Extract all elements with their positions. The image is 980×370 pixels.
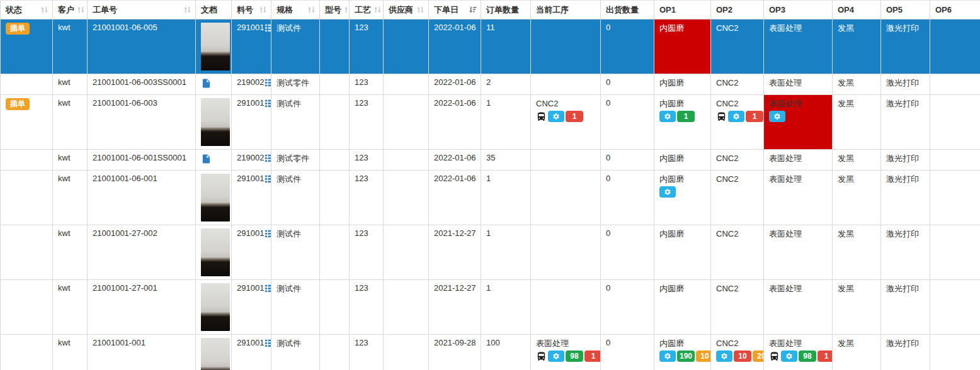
column-header-part-no[interactable]: 料号 [232,1,271,20]
column-header-work-order-no[interactable]: 工单号 [88,1,196,20]
bom-list-icon[interactable] [265,78,271,87]
process-gear-button[interactable] [728,111,744,122]
sort-arrows-icon[interactable] [307,6,316,14]
cell-op5: 激光打印 [881,280,930,335]
part-photo-thumbnail[interactable] [201,228,230,276]
part-no-text: 291001 [237,98,264,108]
count-badge-green[interactable]: 190 [677,350,695,362]
process-gear-button[interactable] [716,350,732,362]
cell-op3: 表面处理 [764,171,833,225]
process-name: CNC2 [716,77,758,88]
count-badge-red[interactable]: 1 [818,350,833,362]
cell-current-process [531,280,601,335]
cell-status [1,150,53,171]
column-header-content: 工单号 [93,4,191,16]
column-header-content: 工艺 [355,4,379,16]
part-photo-thumbnail[interactable] [201,283,230,331]
table-row[interactable]: kwt21001001-27-001291001测试件1232021-12-27… [1,280,980,335]
cell-work-order-no: 21001001-27-001 [88,280,196,335]
part-photo-thumbnail[interactable] [201,98,230,146]
column-header-model[interactable]: 型号 [320,1,350,20]
cell-op1: 内圆磨 [654,74,711,95]
column-header-order-date[interactable]: 下单日 [429,1,481,20]
cell-document [196,280,232,335]
column-header-status[interactable]: 状态 [1,1,53,20]
count-badge-orange[interactable]: 20 [753,350,764,362]
column-header-craft[interactable]: 工艺 [350,1,384,20]
shipping-truck-icon [716,111,727,122]
cell-craft: 123 [350,20,384,74]
work-order-no-text: 21001001-001 [93,338,145,347]
table-row[interactable]: kwt21001001-27-002291001测试件1232021-12-27… [1,225,980,280]
count-badge-red[interactable]: 1 [746,111,763,122]
cell-supplier [384,280,429,335]
bom-list-icon[interactable] [265,99,271,108]
sort-arrows-icon[interactable] [77,6,85,14]
document-file-icon[interactable] [201,153,212,165]
sort-arrows-icon[interactable] [183,6,191,14]
order-qty-text: 1 [486,283,491,293]
sort-arrows-icon[interactable] [344,6,350,14]
count-badge-red[interactable]: 1 [566,111,583,122]
part-no-content: 291001 [237,338,271,347]
table-row[interactable]: 插单kwt21001001-06-005291001测试件1232022-01-… [1,20,980,74]
bom-list-icon[interactable] [265,154,271,162]
bom-list-icon[interactable] [265,174,271,183]
order-date-text: 2021-12-27 [434,228,476,238]
sort-arrows-icon[interactable] [259,6,267,14]
document-file-icon[interactable] [201,77,212,89]
cell-op6 [930,280,980,335]
part-no-content: 291001 [237,98,271,108]
cell-part-no: 291001 [232,95,271,150]
process-name: 激光打印 [886,98,925,109]
table-row[interactable]: kwt21001001-06-001SS0001219002测试零件123202… [1,150,980,171]
sort-arrows-icon[interactable] [40,6,48,14]
bom-list-icon[interactable] [265,229,271,238]
column-label: OP4 [838,5,854,14]
cell-op6 [930,74,980,95]
column-header-spec[interactable]: 规格 [271,1,320,20]
bom-list-icon[interactable] [265,339,271,347]
count-badge-red[interactable]: 1 [584,350,601,362]
sort-arrows-icon[interactable] [416,6,424,14]
process-gear-button[interactable] [659,186,676,198]
cell-current-process [531,150,601,171]
count-badge-red[interactable]: 10 [734,350,751,362]
process-gear-button[interactable] [781,350,797,362]
work-order-no-text: 21001001-06-001SS0001 [93,153,186,162]
process-gear-button[interactable] [548,350,564,362]
count-badge-green[interactable]: 98 [799,350,816,362]
table-row[interactable]: 插单kwt21001001-06-003291001测试件1232022-01-… [1,95,980,150]
process-gear-button[interactable] [769,111,785,122]
sort-amount-desc-icon[interactable] [469,6,477,14]
count-badge-green[interactable]: 98 [566,350,583,362]
cell-ship-qty: 0 [601,74,654,95]
cell-op1: 内圆磨 [654,171,711,225]
process-gear-button[interactable] [659,111,676,122]
table-row[interactable]: kwt21001001-001291001测试件1232021-09-28100… [1,335,980,370]
part-photo-thumbnail[interactable] [201,23,230,70]
cell-op1: 内圆磨1 [654,95,711,150]
sort-arrows-icon[interactable] [373,6,382,14]
column-header-content: 文档 [201,4,227,16]
column-header-content: OP2 [716,5,760,14]
count-badge-orange[interactable]: 10 [696,350,711,362]
bom-list-icon[interactable] [265,284,271,293]
table-row[interactable]: kwt21001001-06-001291001测试件1232022-01-06… [1,171,980,225]
part-no-text: 291001 [237,283,264,293]
process-gear-button[interactable] [548,111,564,122]
cell-ship-qty: 0 [601,20,654,74]
column-header-customer[interactable]: 客户 [53,1,88,20]
part-photo-thumbnail[interactable] [201,174,230,221]
process-name: 发黑 [838,77,875,88]
table-row[interactable]: kwt21001001-06-003SS0001219002测试零件123202… [1,74,980,95]
part-no-content: 219002 [237,153,271,162]
bom-list-icon[interactable] [265,23,271,32]
column-header-supplier[interactable]: 供应商 [384,1,429,20]
cell-op3: 表面处理 [764,74,833,95]
part-photo-thumbnail[interactable] [201,338,230,370]
count-badge-green[interactable]: 1 [677,111,695,122]
process-gear-button[interactable] [659,350,676,362]
cell-op1: 内圆磨 [654,225,711,280]
cell-order-qty: 1 [481,171,531,225]
